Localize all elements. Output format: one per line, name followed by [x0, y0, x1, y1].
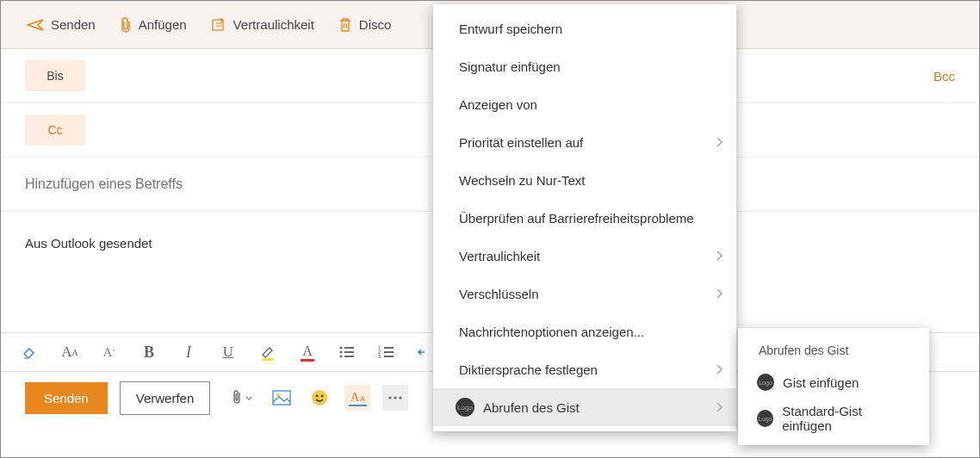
chevron-right-icon: [716, 362, 723, 377]
menu-item-2[interactable]: Anzeigen von: [433, 85, 736, 123]
svg-point-15: [276, 393, 280, 397]
numbered-list-icon[interactable]: 123: [376, 342, 397, 362]
menu-item-label: Verschlüsseln: [459, 287, 539, 301]
svg-rect-9: [384, 347, 394, 349]
menu-item-label: Anzeigen von: [459, 97, 537, 112]
svg-text:3: 3: [378, 354, 381, 359]
menu-item-8[interactable]: Nachrichtenoptionen anzeigen...: [433, 313, 736, 350]
toolbar-confidentiality-button[interactable]: Vertraulichkeit: [211, 17, 314, 33]
menu-item-label: Entwurf speichern: [459, 22, 562, 36]
formatting-toggle-icon[interactable]: Aᴀ: [344, 385, 370, 411]
svg-point-2: [340, 347, 343, 350]
submenu-item-label: Standard-Gist einfügen: [782, 404, 910, 433]
menu-item-6[interactable]: Vertraulichkeit: [433, 237, 736, 275]
bcc-link[interactable]: Bcc: [933, 69, 955, 84]
menu-item-label: Priorität einstellen auf: [459, 135, 583, 150]
chevron-right-icon: [716, 400, 723, 415]
insert-image-icon[interactable]: [269, 385, 295, 411]
gist-submenu: Abrufen des Gist LogoGist einfügenLogoSt…: [738, 328, 929, 445]
menu-item-label: Vertraulichkeit: [459, 249, 540, 263]
italic-icon[interactable]: I: [178, 342, 199, 362]
submenu-item-0[interactable]: LogoGist einfügen: [738, 364, 929, 400]
font-color-icon[interactable]: A: [297, 342, 318, 362]
svg-rect-13: [384, 356, 394, 357]
toolbar-confidentiality-label: Vertraulichkeit: [233, 17, 314, 32]
toolbar-attach-button[interactable]: Anfügen: [120, 17, 187, 33]
format-painter-icon[interactable]: [20, 342, 40, 362]
toolbar-attach-label: Anfügen: [139, 17, 187, 32]
bold-icon[interactable]: B: [139, 342, 159, 362]
highlight-icon[interactable]: [257, 342, 278, 362]
toolbar-discard-button[interactable]: Disco: [338, 17, 392, 33]
menu-item-label: Wechseln zu Nur-Text: [459, 173, 585, 188]
svg-point-17: [316, 395, 319, 398]
submenu-item-1[interactable]: LogoStandard-Gist einfügen: [738, 400, 929, 436]
svg-point-19: [389, 396, 392, 399]
svg-rect-3: [344, 347, 354, 349]
svg-point-16: [312, 390, 327, 405]
to-chip[interactable]: Bis: [25, 60, 85, 91]
menu-item-1[interactable]: Signatur einfügen: [433, 47, 736, 85]
trash-icon: [338, 17, 352, 33]
menu-item-5[interactable]: Überprüfen auf Barrierefreiheitsprobleme: [433, 199, 736, 237]
svg-rect-0: [213, 20, 223, 30]
addin-logo-icon: Logo: [456, 398, 474, 417]
submenu-item-label: Gist einfügen: [783, 375, 859, 390]
bulleted-list-icon[interactable]: [337, 342, 357, 362]
menu-item-label: Überprüfen auf Barrierefreiheitsprobleme: [459, 211, 694, 226]
svg-point-21: [400, 396, 402, 399]
more-options-menu: Entwurf speichernSignatur einfügenAnzeig…: [433, 4, 736, 431]
menu-item-7[interactable]: Verschlüsseln: [433, 275, 736, 313]
toolbar-send-label: Senden: [51, 17, 96, 32]
addin-logo-icon: Logo: [757, 374, 774, 391]
toolbar-discard-label: Disco: [359, 17, 392, 32]
addin-logo-icon: Logo: [757, 410, 773, 427]
svg-rect-1: [262, 358, 274, 361]
menu-item-label: Abrufen des Gist: [483, 400, 580, 415]
more-options-icon[interactable]: [382, 385, 408, 411]
menu-item-label: Diktiersprache festlegen: [459, 362, 598, 377]
chevron-right-icon: [716, 249, 723, 263]
svg-rect-7: [344, 356, 354, 357]
svg-point-20: [394, 396, 397, 399]
submenu-title: Abrufen des Gist: [738, 333, 929, 364]
emoji-icon[interactable]: [307, 385, 332, 411]
cc-chip[interactable]: Cc: [25, 114, 85, 145]
svg-rect-14: [273, 391, 290, 405]
paperclip-icon: [120, 17, 132, 33]
chevron-right-icon: [716, 135, 723, 150]
menu-item-label: Signatur einfügen: [459, 59, 561, 74]
toolbar-send-button[interactable]: Senden: [27, 17, 96, 32]
menu-item-9[interactable]: Diktiersprache festlegen: [433, 350, 736, 388]
send-icon: [27, 18, 44, 32]
svg-point-4: [340, 351, 343, 354]
svg-rect-11: [384, 351, 394, 353]
menu-item-label: Nachrichtenoptionen anzeigen...: [459, 325, 644, 339]
font-decrease-icon[interactable]: A˅: [99, 342, 120, 362]
svg-point-18: [321, 395, 324, 398]
menu-item-4[interactable]: Wechseln zu Nur-Text: [433, 161, 736, 199]
menu-item-10[interactable]: LogoAbrufen des Gist: [433, 388, 736, 426]
chevron-right-icon: [716, 287, 723, 301]
menu-item-3[interactable]: Priorität einstellen auf: [433, 123, 736, 161]
discard-button[interactable]: Verwerfen: [120, 381, 211, 415]
font-increase-icon[interactable]: AA: [59, 342, 80, 362]
underline-icon[interactable]: U: [218, 342, 239, 362]
menu-item-0[interactable]: Entwurf speichern: [433, 9, 736, 47]
attach-dropdown-icon[interactable]: [231, 385, 257, 411]
svg-point-6: [340, 356, 343, 358]
bottom-icons-group: Aᴀ: [231, 385, 408, 411]
confidentiality-icon: [211, 17, 226, 33]
send-button[interactable]: Senden: [25, 382, 108, 414]
svg-rect-5: [344, 351, 354, 353]
